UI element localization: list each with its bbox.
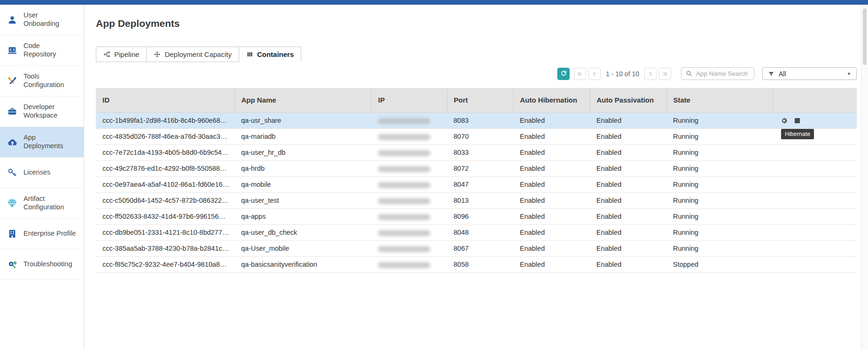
pipeline-icon: [103, 51, 110, 58]
app-name-search-input[interactable]: [696, 70, 750, 77]
previous-page-button[interactable]: [588, 68, 601, 80]
column-header-auto-hibernation: Auto Hibernation: [513, 88, 590, 112]
cell-app-name: qa-hrdb: [235, 160, 371, 176]
filter-funnel-icon: [768, 71, 774, 77]
table-row[interactable]: ccc-db9be051-2331-4121-8c10-8bd277…qa-us…: [96, 224, 857, 240]
search-box[interactable]: [681, 67, 754, 80]
table-row[interactable]: ccc-0e97aea4-a5af-4102-86a1-fd60e16…qa-m…: [96, 176, 857, 192]
sidebar-item-troubleshooting[interactable]: Troubleshooting: [0, 249, 84, 280]
cell-auto-passivation: Enabled: [590, 240, 666, 256]
cell-auto-hibernation: Enabled: [513, 256, 590, 272]
cell-id: ccc-db9be051-2331-4121-8c10-8bd277…: [96, 224, 235, 240]
tab-containers[interactable]: Containers: [239, 47, 301, 62]
key-icon: [7, 167, 18, 178]
settings-gear-icon[interactable]: [780, 117, 788, 125]
sidebar-item-app-deployments[interactable]: App Deployments: [0, 127, 84, 158]
building-icon: [7, 229, 18, 239]
cell-port: 8033: [447, 144, 513, 160]
cell-port: 8013: [447, 192, 513, 208]
tab-bar: PipelineDeployment CapacityContainers: [96, 47, 301, 62]
filter-dropdown[interactable]: All ▼: [762, 67, 857, 80]
chevron-down-icon: ▼: [847, 72, 851, 76]
cell-actions: [773, 160, 857, 176]
sidebar-item-developer-workspace[interactable]: Developer Workspace: [0, 96, 84, 127]
cell-port: 8083: [447, 112, 513, 128]
sidebar-item-enterprise-profile[interactable]: Enterprise Profile: [0, 219, 84, 249]
cell-ip: [371, 208, 447, 224]
table-row[interactable]: ccc-385aa5ab-3788-4230-b78a-b2841c…qa-Us…: [96, 240, 857, 256]
user-icon: [7, 15, 18, 25]
sidebar-item-label: Troubleshooting: [23, 260, 69, 269]
tab-pipeline[interactable]: Pipeline: [96, 47, 146, 62]
cell-state: Running: [666, 112, 773, 128]
cell-auto-passivation: Enabled: [590, 128, 666, 144]
support-icon: [7, 259, 18, 270]
cell-auto-passivation: Enabled: [590, 112, 666, 128]
page-title: App Deployments: [96, 18, 180, 29]
ip-redacted-blur: [378, 262, 430, 268]
table-row[interactable]: ccc-ff502633-8432-41d4-97b6-996156…qa-ap…: [96, 208, 857, 224]
cell-id: ccc-f85c75c2-9232-4ee7-b404-9810a8…: [96, 256, 235, 272]
cell-port: 8096: [447, 208, 513, 224]
tab-label: Containers: [257, 50, 294, 58]
cell-auto-hibernation: Enabled: [513, 160, 590, 176]
filter-selected-value: All: [779, 70, 786, 78]
cell-app-name: qa-user_db_check: [235, 224, 371, 240]
cell-port: 8047: [447, 176, 513, 192]
ip-redacted-blur: [378, 198, 430, 204]
sidebar-item-artifact-configuration[interactable]: Artifact Configuration: [0, 188, 84, 219]
cell-auto-hibernation: Enabled: [513, 128, 590, 144]
toolbar: 1 - 10 of 10 All ▼: [557, 67, 857, 80]
cell-port: 8067: [447, 240, 513, 256]
cell-ip: [371, 144, 447, 160]
sidebar-item-tools-configuration[interactable]: Tools Configuration: [0, 66, 84, 96]
column-header-app-name: App Name: [235, 88, 371, 112]
gem-icon: [7, 198, 18, 208]
cell-ip: [371, 112, 447, 128]
table-row[interactable]: ccc-c5050d64-1452-4c57-872b-086322…qa-us…: [96, 192, 857, 208]
cell-actions: [773, 144, 857, 160]
cell-ip: [371, 176, 447, 192]
cell-actions: [773, 256, 857, 272]
capacity-icon: [154, 51, 161, 58]
column-header-ip: IP: [371, 88, 447, 112]
first-page-button[interactable]: [574, 68, 586, 80]
scrollbar-thumb[interactable]: [863, 8, 867, 65]
table-row[interactable]: ccc-7e72c1da-4193-4b05-b8d0-6b9c54…qa-us…: [96, 144, 857, 160]
cell-app-name: qa-mariadb: [235, 128, 371, 144]
hibernate-stop-icon[interactable]: [795, 118, 800, 123]
last-page-button[interactable]: [659, 68, 671, 80]
tools-icon: [7, 76, 18, 86]
ip-redacted-blur: [378, 118, 430, 124]
cell-app-name: qa-user_hr_db: [235, 144, 371, 160]
table-row[interactable]: ccc-49c27876-ed1c-4292-b0f8-550588…qa-hr…: [96, 160, 857, 176]
table-row[interactable]: ccc-1b499fa1-2d98-416b-8c4b-960e68…qa-us…: [96, 112, 857, 128]
refresh-button[interactable]: [557, 68, 570, 80]
cell-app-name: qa-usr_share: [235, 112, 371, 128]
sidebar-item-code-repository[interactable]: Code Repository: [0, 35, 84, 66]
main-content: App Deployments PipelineDeployment Capac…: [85, 5, 868, 350]
cell-id: ccc-4835d026-788f-46ea-a76d-30aac3…: [96, 128, 235, 144]
table-row[interactable]: ccc-f85c75c2-9232-4ee7-b404-9810a8…qa-ba…: [96, 256, 857, 272]
cell-state: Running: [666, 224, 773, 240]
cell-state: Running: [666, 144, 773, 160]
sidebar-item-label: Enterprise Profile: [23, 230, 76, 238]
cell-id: ccc-49c27876-ed1c-4292-b0f8-550588…: [96, 160, 235, 176]
table-row[interactable]: ccc-4835d026-788f-46ea-a76d-30aac3…qa-ma…: [96, 128, 857, 144]
tab-deployment-capacity[interactable]: Deployment Capacity: [146, 47, 239, 62]
ip-redacted-blur: [378, 214, 430, 220]
sidebar-item-label: Code Repository: [23, 42, 69, 58]
vertical-scrollbar[interactable]: [861, 5, 868, 350]
sidebar-item-user-onboarding[interactable]: User Onboarding: [0, 5, 84, 35]
cell-auto-passivation: Enabled: [590, 256, 666, 272]
cell-app-name: qa-User_mobile: [235, 240, 371, 256]
next-page-button[interactable]: [644, 68, 657, 80]
table-header-row: IDApp NameIPPortAuto HibernationAuto Pas…: [96, 88, 857, 112]
cell-port: 8070: [447, 128, 513, 144]
sidebar-item-licenses[interactable]: Licenses: [0, 158, 84, 188]
cell-auto-hibernation: Enabled: [513, 144, 590, 160]
top-navigation-bar: [0, 0, 868, 5]
ip-redacted-blur: [378, 166, 430, 172]
cell-id: ccc-0e97aea4-a5af-4102-86a1-fd60e16…: [96, 176, 235, 192]
cell-actions: [773, 112, 857, 128]
